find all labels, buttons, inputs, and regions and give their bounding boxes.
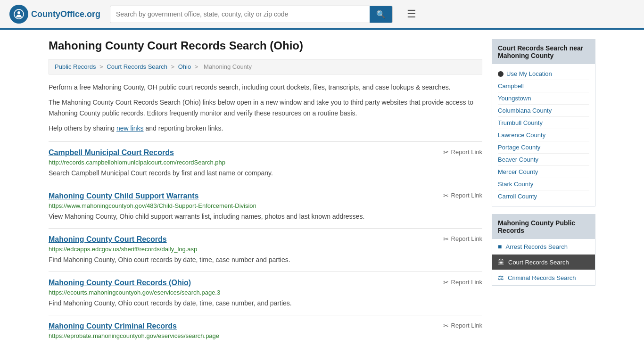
nearby-link[interactable]: Campbell xyxy=(498,80,589,92)
result-title[interactable]: Mahoning County Child Support Warrants xyxy=(49,192,199,200)
report-icon: ✂ xyxy=(443,279,449,286)
report-icon: ✂ xyxy=(443,235,449,243)
result-header: Mahoning County Child Support Warrants ✂… xyxy=(49,192,482,202)
result-url[interactable]: https://www.mahoningcountyoh.gov/483/Chi… xyxy=(49,202,482,209)
result-desc: View Mahoning County, Ohio child support… xyxy=(49,212,482,222)
result-desc: Search Campbell Municipal Court records … xyxy=(49,168,482,178)
nearby-link[interactable]: Carroll County xyxy=(498,190,589,202)
result-title[interactable]: Mahoning County Court Records xyxy=(49,235,167,244)
report-icon: ✂ xyxy=(443,148,449,156)
new-links[interactable]: new links xyxy=(116,124,144,132)
public-records-title: Mahoning County Public Records xyxy=(492,214,595,239)
search-input[interactable] xyxy=(110,6,370,23)
results-list: Campbell Municipal Court Records ✂ Repor… xyxy=(49,141,482,348)
logo[interactable]: CountyOffice.org xyxy=(9,5,100,24)
search-bar: 🔍 xyxy=(110,6,393,23)
public-records-section: Mahoning County Public Records ■Arrest R… xyxy=(492,214,595,286)
nearby-link[interactable]: Trumbull County xyxy=(498,117,589,129)
result-desc: Find Mahoning County, Ohio court records… xyxy=(49,298,482,308)
svg-point-1 xyxy=(17,11,20,14)
breadcrumb: Public Records > Court Records Search > … xyxy=(49,59,482,74)
description-3: Help others by sharing new links and rep… xyxy=(49,123,482,133)
result-header: Campbell Municipal Court Records ✂ Repor… xyxy=(49,148,482,159)
logo-icon xyxy=(9,5,28,24)
result-url[interactable]: https://eprobate.mahoningcountyoh.gov/es… xyxy=(49,332,482,339)
public-record-item[interactable]: ⚖Criminal Records Search xyxy=(492,270,595,285)
logo-text: CountyOffice.org xyxy=(31,9,100,19)
description-1: Perform a free Mahoning County, OH publi… xyxy=(49,82,482,92)
nearby-link[interactable]: Beaver County xyxy=(498,154,589,166)
search-button[interactable]: 🔍 xyxy=(370,6,392,23)
result-item: Campbell Municipal Court Records ✂ Repor… xyxy=(49,141,482,185)
result-item: Mahoning County Court Records (Ohio) ✂ R… xyxy=(49,272,482,315)
content-area: Mahoning County Court Records Search (Oh… xyxy=(49,39,482,348)
result-item: Mahoning County Criminal Records ✂ Repor… xyxy=(49,315,482,348)
nearby-section: Court Records Search near Mahoning Count… xyxy=(492,39,595,206)
page-title: Mahoning County Court Records Search (Oh… xyxy=(49,39,482,52)
report-icon: ✂ xyxy=(443,192,449,199)
nearby-link[interactable]: Lawrence County xyxy=(498,129,589,141)
nearby-link[interactable]: Portage County xyxy=(498,141,589,154)
report-link[interactable]: ✂ Report Link xyxy=(443,235,482,243)
main-layout: Mahoning County Court Records Search (Oh… xyxy=(39,39,605,348)
result-header: Mahoning County Court Records ✂ Report L… xyxy=(49,235,482,246)
sidebar: Court Records Search near Mahoning Count… xyxy=(492,39,595,348)
nearby-title: Court Records Search near Mahoning Count… xyxy=(492,40,595,64)
result-item: Mahoning County Child Support Warrants ✂… xyxy=(49,185,482,228)
use-location[interactable]: Use My Location xyxy=(498,68,589,80)
record-icon: ■ xyxy=(498,243,502,250)
description-2: The Mahoning County Court Records Search… xyxy=(49,97,482,118)
result-desc: Find Mahoning County, Ohio court records… xyxy=(49,255,482,265)
breadcrumb-court-records[interactable]: Court Records Search xyxy=(107,63,167,70)
breadcrumb-ohio[interactable]: Ohio xyxy=(178,63,191,70)
header: CountyOffice.org 🔍 ☰ xyxy=(0,0,644,30)
nearby-links: Use My Location CampbellYoungstownColumb… xyxy=(492,64,595,206)
nearby-link[interactable]: Youngstown xyxy=(498,92,589,105)
breadcrumb-public-records[interactable]: Public Records xyxy=(55,63,96,70)
report-link[interactable]: ✂ Report Link xyxy=(443,192,482,199)
result-item: Mahoning County Court Records ✂ Report L… xyxy=(49,228,482,272)
report-link[interactable]: ✂ Report Link xyxy=(443,322,482,329)
public-record-item[interactable]: ■Arrest Records Search xyxy=(492,239,595,255)
result-title[interactable]: Mahoning County Criminal Records xyxy=(49,322,177,330)
menu-button[interactable]: ☰ xyxy=(407,8,416,20)
result-url[interactable]: http://records.campbellohiomunicipalcour… xyxy=(49,159,482,166)
report-link[interactable]: ✂ Report Link xyxy=(443,148,482,156)
result-header: Mahoning County Court Records (Ohio) ✂ R… xyxy=(49,279,482,289)
result-url[interactable]: https://ecourts.mahoningcountyoh.gov/ese… xyxy=(49,289,482,296)
result-title[interactable]: Campbell Municipal Court Records xyxy=(49,148,174,157)
public-record-item[interactable]: 🏛Court Records Search xyxy=(492,255,595,270)
result-header: Mahoning County Criminal Records ✂ Repor… xyxy=(49,322,482,332)
record-icon: ⚖ xyxy=(498,274,504,281)
result-url[interactable]: https://edcapps.edcgov.us/sheriff/record… xyxy=(49,246,482,253)
nearby-link[interactable]: Stark County xyxy=(498,178,589,190)
breadcrumb-county: Mahoning County xyxy=(204,63,252,70)
logo-brand: CountyOffice xyxy=(31,9,84,19)
location-icon xyxy=(498,71,504,77)
logo-suffix: .org xyxy=(84,9,100,19)
record-icon: 🏛 xyxy=(498,258,504,266)
report-link[interactable]: ✂ Report Link xyxy=(443,279,482,286)
nearby-link[interactable]: Columbiana County xyxy=(498,105,589,117)
result-title[interactable]: Mahoning County Court Records (Ohio) xyxy=(49,279,191,287)
nearby-link[interactable]: Mercer County xyxy=(498,166,589,178)
report-icon: ✂ xyxy=(443,322,449,329)
